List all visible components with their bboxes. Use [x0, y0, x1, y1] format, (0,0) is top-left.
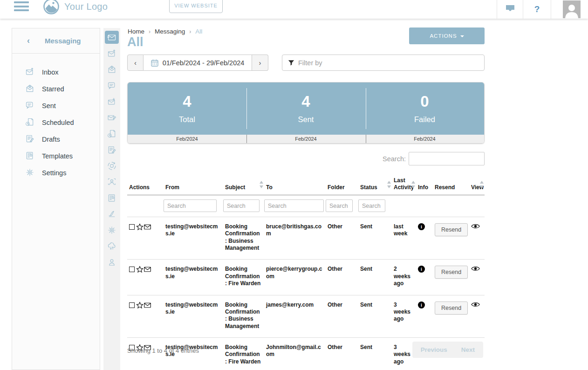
rail-scheduled-icon[interactable]	[105, 127, 119, 140]
col-header-status[interactable]: Status	[358, 169, 392, 195]
pagination-next[interactable]: Next	[461, 346, 475, 353]
date-prev-button[interactable]: ‹	[127, 55, 144, 71]
stat-sent-label: Sent	[298, 115, 314, 124]
module-icon-rail	[103, 28, 120, 370]
stat-failed-label: Failed	[414, 115, 435, 124]
cell-from: testing@websitecms.ie	[164, 217, 223, 260]
logo-text: Your Logo	[64, 1, 108, 12]
resend-button[interactable]: Resend	[435, 223, 468, 236]
row-checkbox[interactable]	[129, 224, 135, 230]
pagination-previous[interactable]: Previous	[421, 346, 447, 353]
rail-compose-icon[interactable]	[105, 111, 119, 124]
table-search-input[interactable]	[409, 152, 485, 165]
star-icon[interactable]	[136, 223, 144, 231]
sidebar-item-templates[interactable]: Templates	[12, 148, 100, 164]
rail-inbox-icon[interactable]	[105, 47, 119, 60]
cell-folder: Other	[326, 217, 358, 260]
envelope-icon[interactable]	[144, 267, 151, 272]
view-eye-icon[interactable]	[471, 301, 480, 308]
sort-arrows-icon	[260, 181, 264, 188]
sidebar-item-sent[interactable]: Sent	[12, 97, 100, 114]
inbox-tray-icon	[505, 5, 515, 14]
rail-messaging-icon[interactable]	[105, 31, 119, 44]
resend-button[interactable]: Resend	[435, 301, 468, 315]
inbox-tray-button[interactable]	[497, 0, 523, 19]
sidebar-item-label: Settings	[42, 169, 66, 177]
help-button[interactable]: ?	[523, 0, 551, 19]
col-header-to[interactable]: To	[264, 169, 326, 195]
col-header-actions[interactable]: Actions	[127, 169, 164, 195]
view-eye-icon[interactable]	[471, 223, 480, 229]
rail-profile-icon[interactable]	[105, 256, 119, 269]
drafts-pencil-icon	[25, 134, 35, 144]
col-header-last-activity[interactable]: Last Activity	[392, 169, 416, 195]
info-icon[interactable]	[418, 223, 425, 230]
cell-folder: Other	[326, 295, 358, 337]
rail-received-icon[interactable]	[105, 95, 119, 108]
row-checkbox[interactable]	[129, 267, 135, 272]
col-header-folder[interactable]: Folder	[326, 169, 358, 195]
stat-total: 4 Total	[128, 82, 246, 135]
rail-newsletter-icon[interactable]	[105, 192, 119, 205]
sidebar-item-scheduled[interactable]: Scheduled	[12, 114, 100, 131]
actions-dropdown-button[interactable]: ACTIONS	[409, 27, 485, 44]
sidebar-item-label: Scheduled	[42, 119, 74, 126]
cell-to: pierce@kerrygroup.com	[264, 260, 326, 295]
col-header-info[interactable]: Info	[416, 169, 433, 195]
row-checkbox[interactable]	[129, 302, 135, 308]
rail-gear-icon[interactable]	[105, 224, 119, 237]
view-eye-icon[interactable]	[471, 266, 480, 272]
resend-button[interactable]: Resend	[435, 266, 468, 279]
col-header-view[interactable]: View	[469, 169, 485, 195]
date-range-button[interactable]: 01/Feb/2024 - 29/Feb/2024	[144, 55, 252, 71]
sidebar-item-drafts[interactable]: Drafts	[12, 131, 100, 148]
filter-subject-input[interactable]	[223, 199, 260, 212]
filter-by-input[interactable]	[298, 59, 484, 67]
rail-signature-icon[interactable]	[105, 208, 119, 221]
breadcrumb-messaging[interactable]: Messaging	[155, 28, 185, 35]
filter-status-input[interactable]	[358, 199, 385, 212]
strip-divider	[246, 135, 247, 144]
cell-last-activity: last week	[392, 217, 416, 260]
filter-folder-input[interactable]	[326, 199, 353, 212]
filter-to-input[interactable]	[264, 199, 324, 212]
calendar-icon	[151, 59, 158, 67]
envelope-icon[interactable]	[144, 224, 151, 230]
starred-envelope-icon	[25, 84, 35, 94]
filter-from-input[interactable]	[164, 199, 217, 212]
col-header-from[interactable]: From	[164, 169, 223, 195]
stats-divider	[246, 88, 247, 129]
hamburger-menu-icon[interactable]	[14, 1, 29, 13]
col-header-subject[interactable]: Subject	[223, 169, 264, 195]
info-icon[interactable]	[418, 301, 425, 308]
view-website-button[interactable]: VIEW WEBSITE	[169, 0, 223, 13]
stat-total-value: 4	[183, 94, 191, 109]
cell-last-activity: 2 weeks ago	[392, 260, 416, 295]
envelope-icon[interactable]	[144, 302, 151, 308]
breadcrumb-all: All	[195, 28, 202, 35]
sidebar-item-starred[interactable]: Starred	[12, 81, 100, 97]
pagination: Previous Next	[412, 342, 483, 358]
rail-starred-icon[interactable]	[105, 63, 119, 76]
col-header-resend[interactable]: Resend	[433, 169, 469, 195]
user-menu[interactable]	[551, 0, 588, 19]
stat-failed-period: Feb/2024	[365, 135, 484, 144]
rail-automation-icon[interactable]	[105, 159, 119, 172]
sidebar-item-settings[interactable]: Settings	[12, 164, 100, 181]
star-icon[interactable]	[136, 266, 144, 273]
rail-contacts-icon[interactable]	[105, 176, 119, 189]
rail-sent-icon[interactable]	[105, 79, 119, 92]
star-icon[interactable]	[136, 301, 144, 309]
sidebar-back-header[interactable]: ‹ Messaging	[12, 28, 100, 54]
stats-summary-panel: 4 Total 4 Sent 0 Failed Feb/2024 Feb/202…	[127, 82, 485, 144]
rail-drafts-icon[interactable]	[105, 144, 119, 157]
rail-cloud-icon[interactable]	[105, 240, 119, 253]
stat-total-period: Feb/2024	[128, 135, 246, 144]
date-next-button[interactable]: ›	[252, 55, 268, 71]
sidebar-item-inbox[interactable]: Inbox	[12, 64, 100, 81]
app-logo[interactable]: Your Logo	[43, 0, 108, 15]
breadcrumb-home[interactable]: Home	[128, 28, 144, 35]
table-row: testing@websitecms.ie Booking Confirmati…	[127, 260, 485, 295]
info-icon[interactable]	[418, 266, 425, 273]
actions-label: ACTIONS	[430, 33, 457, 39]
